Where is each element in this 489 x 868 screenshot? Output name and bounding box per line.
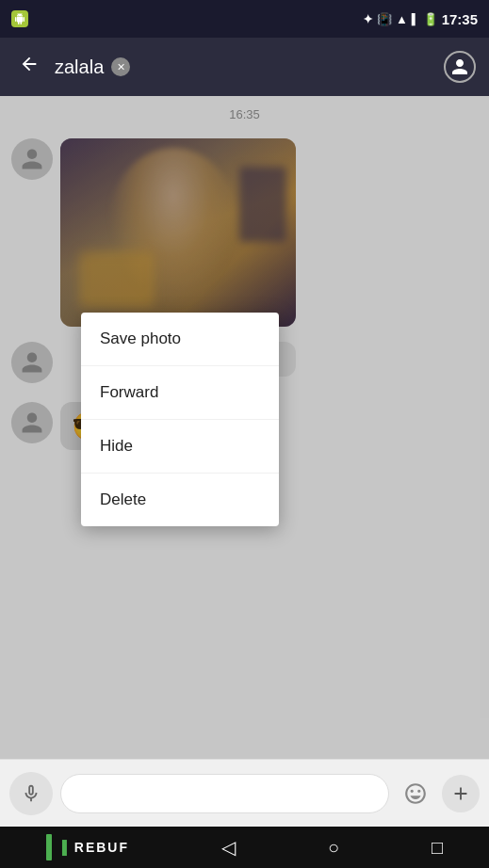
context-menu-hide[interactable]: Hide bbox=[81, 420, 279, 474]
message-input[interactable] bbox=[60, 774, 389, 813]
close-chat-badge[interactable]: ✕ bbox=[111, 57, 130, 76]
status-bar: ✦ 📳 ▲ ▌ 🔋 17:35 bbox=[0, 0, 489, 38]
nav-recent-button[interactable]: □ bbox=[432, 837, 443, 859]
close-badge-icon: ✕ bbox=[117, 61, 125, 73]
context-menu-save-photo[interactable]: Save photo bbox=[81, 313, 279, 366]
chat-area: 16:35 0 bbox=[0, 96, 489, 759]
android-nav-bar: ▐ REBUF ◁ ○ □ bbox=[0, 827, 489, 868]
mic-button[interactable] bbox=[9, 772, 53, 815]
chat-name-label: zalala bbox=[55, 56, 104, 78]
emoji-button[interactable] bbox=[397, 775, 434, 812]
profile-button[interactable] bbox=[444, 51, 476, 83]
input-bar bbox=[0, 759, 489, 827]
context-menu-forward[interactable]: Forward bbox=[81, 366, 279, 420]
nav-back-button[interactable]: ◁ bbox=[221, 836, 236, 859]
save-photo-label: Save photo bbox=[100, 330, 181, 347]
brand-area: ▐ REBUF bbox=[46, 834, 129, 860]
forward-label: Forward bbox=[100, 383, 158, 401]
toolbar: zalala ✕ bbox=[0, 38, 489, 96]
status-time: 17:35 bbox=[442, 11, 478, 27]
context-menu-delete[interactable]: Delete bbox=[81, 474, 279, 526]
brand-text: REBUF bbox=[74, 840, 129, 855]
add-button[interactable] bbox=[442, 775, 480, 812]
delete-label: Delete bbox=[100, 490, 146, 508]
context-menu: Save photo Forward Hide Delete bbox=[81, 313, 279, 526]
hide-label: Hide bbox=[100, 437, 133, 455]
chat-title: zalala ✕ bbox=[55, 56, 434, 78]
brand-label: ▐ REBUF bbox=[57, 840, 129, 855]
status-right: ✦ 📳 ▲ ▌ 🔋 17:35 bbox=[363, 11, 478, 27]
rebuf-bar-icon bbox=[46, 834, 52, 860]
nav-home-button[interactable]: ○ bbox=[328, 837, 339, 859]
back-button[interactable] bbox=[13, 48, 45, 86]
android-icon bbox=[11, 10, 28, 27]
status-left bbox=[11, 10, 28, 27]
